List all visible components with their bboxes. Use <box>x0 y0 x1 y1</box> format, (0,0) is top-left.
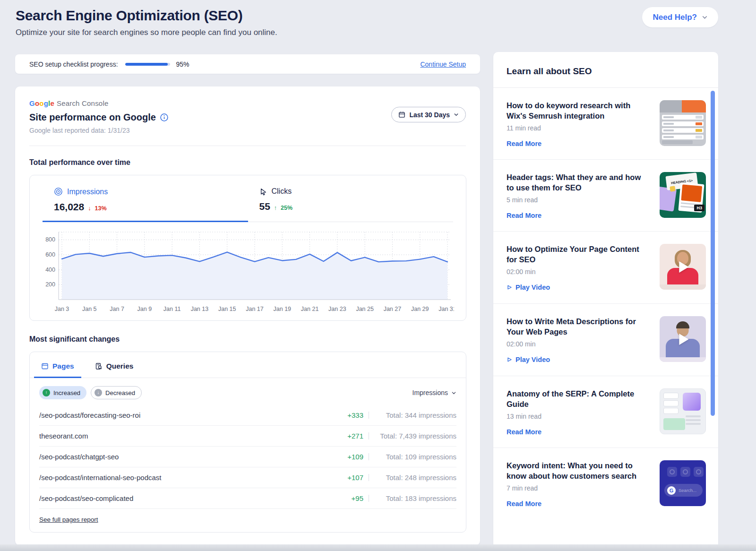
decorative-shape <box>676 321 689 328</box>
page-title: Search Engine Optimization (SEO) <box>16 8 277 24</box>
article-title: Header tags: What they are and how to us… <box>507 172 649 193</box>
article-thumbnail[interactable]: G Search... <box>660 460 706 506</box>
table-row[interactable]: /seo-podcast/seo-complicated +95 Total: … <box>39 488 456 509</box>
table-row[interactable]: /seo-podcast/international-seo-podcast +… <box>39 467 456 488</box>
row-page-url: theseorant.com <box>39 432 336 440</box>
site-performance-card: GoogleSearch Console Site performance on… <box>15 86 480 545</box>
svg-text:Jan 9: Jan 9 <box>137 306 152 312</box>
article-thumbnail[interactable] <box>660 388 706 434</box>
decorative-shape <box>662 115 704 120</box>
play-video-link[interactable]: Play Video <box>507 356 550 363</box>
read-more-link[interactable]: Read More <box>507 428 541 436</box>
google-search-bar: G Search... <box>664 484 703 497</box>
decorative-shape <box>663 408 679 414</box>
arrow-up-circle-icon: ↑ <box>43 389 50 396</box>
filter-decreased[interactable]: ↓ Decreased <box>91 386 142 399</box>
svg-text:Jan 27: Jan 27 <box>384 306 402 312</box>
impressions-stat-tab[interactable]: Impressions 16,028 ↓ 13% <box>43 175 248 222</box>
progress-bar <box>125 63 170 66</box>
row-total: Total: 7,439 impressions <box>374 432 456 440</box>
queries-icon <box>95 362 103 370</box>
row-total: Total: 344 impressions <box>374 411 456 419</box>
table-row[interactable]: /seo-podcast/forecasting-seo-roi +333 To… <box>39 405 456 426</box>
clicks-change: 25% <box>281 205 292 211</box>
play-icon <box>679 261 688 273</box>
play-icon <box>679 334 688 345</box>
pages-table: /seo-podcast/forecasting-seo-roi +333 To… <box>39 405 456 509</box>
table-row[interactable]: /seo-podcast/chatgpt-seo +109 Total: 109… <box>39 447 456 467</box>
decorative-shape <box>662 140 693 144</box>
location-pin-icon <box>667 467 677 477</box>
decorative-shape <box>663 393 679 399</box>
divider <box>369 474 369 481</box>
table-row[interactable]: theseorant.com +271 Total: 7,439 impress… <box>39 426 456 447</box>
read-more-link[interactable]: Read More <box>507 212 541 219</box>
article-meta: 5 min read <box>507 196 649 204</box>
svg-text:200: 200 <box>45 281 55 288</box>
article-thumbnail[interactable]: HEADING <1> H3 <box>660 172 706 218</box>
filter-decreased-label: Decreased <box>105 389 135 396</box>
info-icon[interactable] <box>160 113 168 121</box>
play-video-link[interactable]: Play Video <box>507 284 550 291</box>
decorative-shape <box>686 423 701 425</box>
svg-text:600: 600 <box>45 251 55 258</box>
tab-pages[interactable]: Pages <box>40 352 75 378</box>
svg-text:Jan 5: Jan 5 <box>82 306 97 312</box>
date-range-dropdown[interactable]: Last 30 Days <box>391 107 466 122</box>
row-change: +333 <box>336 411 363 419</box>
decorative-shape <box>663 400 679 406</box>
impressions-change: 13% <box>94 205 106 212</box>
svg-text:400: 400 <box>45 267 55 273</box>
chart-container: 200400600800Jan 3Jan 5Jan 7Jan 9Jan 11Ja… <box>30 222 466 320</box>
svg-text:Jan 19: Jan 19 <box>274 306 292 312</box>
clicks-stat-tab[interactable]: Clicks 55 ↑ 25% <box>248 175 454 222</box>
article-thumbnail[interactable] <box>660 100 706 146</box>
svg-text:Jan 17: Jan 17 <box>246 306 264 312</box>
row-page-url: /seo-podcast/forecasting-seo-roi <box>39 411 336 419</box>
video-thumbnail[interactable] <box>660 316 706 362</box>
svg-text:800: 800 <box>45 236 55 243</box>
impressions-icon <box>54 187 63 196</box>
divider <box>369 432 369 439</box>
svg-text:Jan 21: Jan 21 <box>301 306 319 312</box>
clicks-cursor-icon <box>259 188 267 196</box>
need-help-button[interactable]: Need Help? <box>642 7 718 27</box>
full-pages-report-link[interactable]: See full pages report <box>39 516 98 523</box>
read-more-link[interactable]: Read More <box>507 140 541 147</box>
changes-section-title: Most significant changes <box>29 335 480 344</box>
divider <box>369 412 369 419</box>
progress-fill <box>125 63 168 66</box>
article-meta: 11 min read <box>507 124 649 132</box>
calendar-icon <box>398 111 405 118</box>
article-meta: 13 min read <box>507 413 649 420</box>
tab-pages-label: Pages <box>52 362 74 370</box>
page-subtitle: Optimize your site for search engines so… <box>16 28 277 37</box>
sort-dropdown[interactable]: Impressions <box>412 389 456 396</box>
decorative-shape <box>682 100 706 112</box>
window-bottom-edge <box>0 544 756 551</box>
svg-text:Jan 15: Jan 15 <box>218 306 236 312</box>
tab-queries[interactable]: Queries <box>94 352 135 378</box>
row-change: +107 <box>336 474 363 482</box>
progress-label: SEO setup checklist progress: <box>29 60 118 68</box>
search-console-header: GoogleSearch Console Site performance on… <box>15 86 480 146</box>
svg-text:Jan 25: Jan 25 <box>356 306 374 312</box>
article-meta: 02:00 min <box>507 340 649 348</box>
google-g-icon: G <box>667 486 676 495</box>
row-total: Total: 109 impressions <box>374 453 456 461</box>
row-page-url: /seo-podcast/international-seo-podcast <box>39 474 336 482</box>
article-card: Header tags: What they are and how to us… <box>493 159 718 231</box>
scrollbar[interactable] <box>711 91 715 416</box>
svg-text:Jan 11: Jan 11 <box>163 306 181 312</box>
impressions-change-arrow: ↓ <box>88 205 91 212</box>
significant-changes-card: Pages Queries ↑ Increased ↓ Decreased Im… <box>29 352 466 533</box>
clicks-value: 55 <box>259 201 270 212</box>
clicks-label: Clicks <box>272 187 292 196</box>
read-more-link[interactable]: Read More <box>507 500 541 508</box>
video-thumbnail[interactable] <box>660 244 706 290</box>
article-card: How to Write Meta Descriptions for Your … <box>493 303 718 376</box>
continue-setup-link[interactable]: Continue Setup <box>420 60 466 68</box>
card-title: Site performance on Google <box>29 112 156 123</box>
filter-increased[interactable]: ↑ Increased <box>39 386 86 399</box>
article-card: How to Optimize Your Page Content for SE… <box>493 231 718 303</box>
